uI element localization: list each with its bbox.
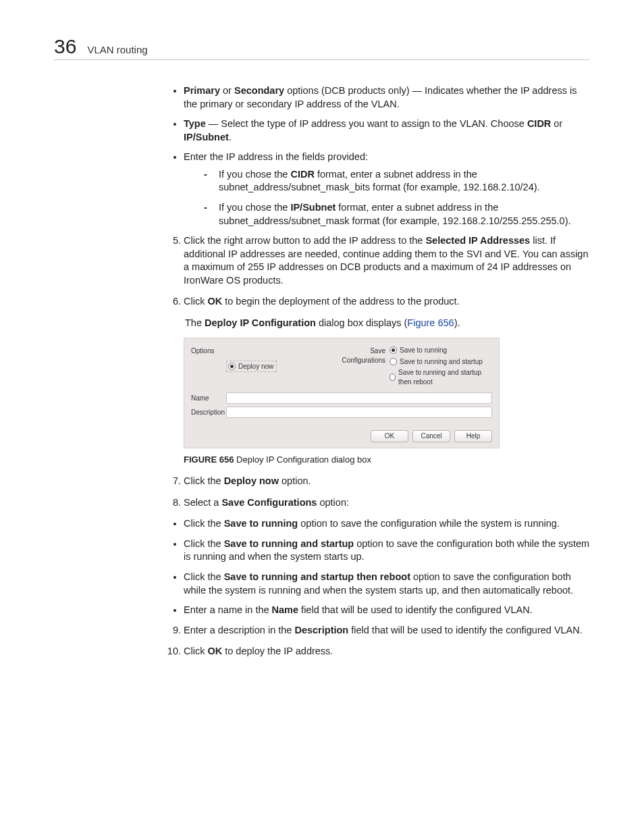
text: or [551, 118, 562, 129]
text: field that will be used to identify the … [298, 604, 533, 615]
step-item: Enter a description in the Description f… [184, 624, 590, 637]
save-to-running-startup-radio[interactable]: Save to running and startup [390, 357, 483, 367]
figure-text: Deploy IP Configuration dialog box [234, 454, 371, 465]
text: — Select the type of IP address you want… [206, 118, 527, 129]
text: ). [454, 317, 460, 328]
text: Click the [184, 538, 224, 549]
figure-caption: FIGURE 656 Deploy IP Configuration dialo… [184, 454, 590, 466]
description-field[interactable] [226, 407, 492, 418]
bold-text: CIDR [527, 118, 551, 129]
step-item: Click OK to deploy the IP address. [184, 645, 590, 658]
help-button[interactable]: Help [454, 430, 492, 442]
name-field[interactable] [226, 392, 492, 404]
bold-text: Description [294, 625, 348, 635]
bold-text: Type [184, 118, 206, 129]
list-item: Click the Save to running and startup op… [184, 538, 590, 564]
text: If you chose the [219, 169, 290, 180]
chapter-number: 36 [54, 36, 76, 57]
figure-label: FIGURE 656 [184, 454, 234, 465]
bold-text: Deploy now [224, 475, 279, 486]
bold-text: Selected IP Addresses [425, 235, 530, 246]
list-item: Click the Save to running and startup th… [184, 571, 590, 597]
text: Click the [184, 571, 224, 582]
radio-label: Deploy now [238, 362, 273, 371]
text: Enter a name in the [184, 604, 272, 615]
text: If you chose the [219, 202, 290, 213]
body-content: Primary or Secondary options (DCB produc… [169, 84, 590, 658]
save-to-running-radio[interactable]: Save to running [390, 346, 447, 355]
description-label: Description [191, 407, 226, 417]
step-item: Click the right arrow button to add the … [184, 234, 590, 287]
text: The [185, 317, 205, 328]
bold-text: Primary [184, 85, 220, 96]
list-item: If you chose the CIDR format, enter a su… [204, 168, 590, 194]
step-item: Click the Deploy now option. [184, 475, 590, 488]
text: to begin the deployment of the address t… [222, 296, 459, 307]
save-to-running-startup-reboot-radio[interactable]: Save to running and startup then reboot [390, 368, 492, 386]
text: Click the [184, 518, 224, 529]
bold-text: Save to running and startup then reboot [224, 571, 410, 582]
text: option: [317, 497, 349, 508]
deploy-ip-dialog: Options Deploy now Save Configurations S… [184, 338, 500, 448]
bold-text: Secondary [234, 85, 284, 96]
text: Enter the IP address in the fields provi… [184, 151, 368, 162]
text: to deploy the IP address. [222, 646, 333, 656]
ok-button[interactable]: OK [371, 430, 408, 442]
text: Click the right arrow button to add the … [184, 235, 425, 246]
bold-text: CIDR [290, 169, 314, 180]
radio-icon [390, 358, 397, 365]
step-note: The Deploy IP Configuration dialog box d… [185, 317, 590, 330]
text: . [229, 132, 232, 142]
bold-text: Save to running and startup [224, 538, 354, 549]
figure-link[interactable]: Figure 656 [407, 317, 454, 328]
bold-text: OK [207, 296, 222, 307]
radio-label: Save to running [400, 346, 447, 355]
bold-text: Save Configurations [221, 497, 317, 508]
section-title: VLAN routing [87, 44, 147, 55]
radio-icon [228, 363, 236, 370]
radio-icon [390, 346, 397, 354]
text: Click [184, 296, 207, 307]
bold-text: IP/Subnet [290, 202, 336, 213]
text: Enter a description in the [184, 625, 294, 635]
list-item: Type — Select the type of IP address you… [184, 118, 590, 144]
radio-icon [390, 373, 396, 381]
bold-text: OK [207, 646, 222, 656]
bold-text: Save to running [224, 518, 298, 529]
bold-text: Deploy IP Configuration [205, 317, 316, 328]
bold-text: IP/Subnet [184, 132, 229, 142]
step-item: Select a Save Configurations option: [184, 496, 590, 510]
text: Select a [184, 497, 221, 508]
text: Click [184, 646, 207, 656]
deploy-now-radio[interactable]: Deploy now [226, 361, 277, 373]
name-label: Name [191, 392, 226, 403]
text: option. [279, 475, 311, 486]
text: or [220, 85, 234, 96]
step-item: Click OK to begin the deployment of the … [184, 295, 590, 309]
cancel-button[interactable]: Cancel [412, 430, 450, 442]
radio-label: Save to running and startup [400, 357, 483, 367]
text: dialog box displays ( [316, 317, 407, 328]
text: field that will be used to identify the … [348, 625, 583, 635]
list-item: Enter the IP address in the fields provi… [184, 151, 590, 228]
save-configurations-label: Save Configurations [327, 345, 390, 388]
text: option to save the configuration while t… [298, 518, 560, 529]
bold-text: Name [272, 604, 299, 615]
list-item: If you chose the IP/Subnet format, enter… [204, 201, 590, 228]
radio-label: Save to running and startup then reboot [398, 368, 492, 386]
list-item: Enter a name in the Name field that will… [184, 604, 590, 617]
text: Click the [184, 475, 224, 486]
page-header: 36 VLAN routing [54, 36, 590, 60]
list-item: Primary or Secondary options (DCB produc… [184, 84, 590, 111]
options-label: Options [191, 345, 226, 388]
list-item: Click the Save to running option to save… [184, 517, 590, 531]
